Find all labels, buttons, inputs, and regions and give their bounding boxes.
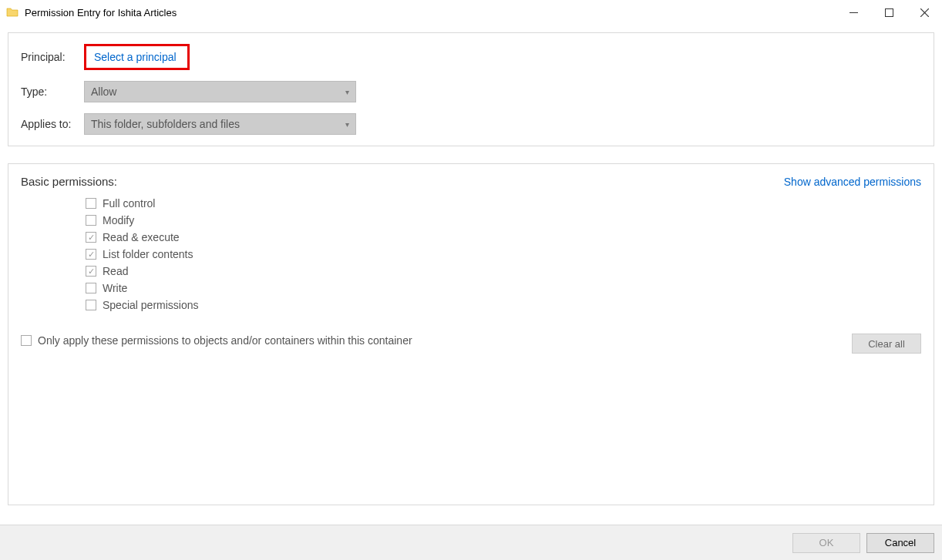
principal-label: Principal: (21, 51, 84, 63)
chevron-down-icon: ▾ (345, 88, 349, 96)
select-principal-link[interactable]: Select a principal (88, 48, 183, 66)
window-title: Permission Entry for Ishita Articles (25, 7, 836, 18)
principal-row: Principal: Select a principal (21, 44, 921, 70)
type-combo[interactable]: Allow ▾ (84, 81, 356, 102)
applies-row: Applies to: This folder, subfolders and … (21, 113, 921, 135)
permission-item: Modify (86, 214, 921, 226)
cancel-button[interactable]: Cancel (866, 533, 934, 553)
highlight-annotation: Select a principal (84, 44, 190, 70)
only-apply-label: Only apply these permissions to objects … (38, 334, 412, 347)
permission-label: Read (103, 265, 128, 277)
permission-item: Read (86, 265, 921, 277)
only-apply-row: Only apply these permissions to objects … (21, 334, 921, 347)
type-row: Type: Allow ▾ (21, 81, 921, 102)
permission-list: Full controlModifyRead & executeList fol… (86, 197, 921, 311)
basic-permissions-label: Basic permissions: (21, 175, 117, 188)
permission-checkbox[interactable] (86, 283, 96, 293)
permission-item: Write (86, 282, 921, 294)
content-area: Principal: Select a principal Type: Allo… (0, 25, 942, 505)
permission-label: Full control (103, 197, 155, 210)
only-apply-checkbox[interactable] (21, 335, 32, 346)
close-button[interactable] (907, 0, 942, 25)
permission-checkbox[interactable] (86, 232, 96, 243)
permission-label: Modify (103, 214, 134, 226)
permission-label: Read & execute (103, 231, 180, 243)
ok-button[interactable]: OK (792, 533, 860, 553)
permission-checkbox[interactable] (86, 249, 96, 260)
permission-item: List folder contents (86, 248, 921, 260)
footer: OK Cancel (0, 525, 942, 560)
permission-checkbox[interactable] (86, 300, 96, 310)
applies-label: Applies to: (21, 118, 84, 130)
permission-label: Write (103, 282, 127, 294)
window-controls (836, 0, 942, 25)
clear-all-button[interactable]: Clear all (852, 334, 921, 354)
minimize-button[interactable] (836, 0, 871, 25)
titlebar: Permission Entry for Ishita Articles (0, 0, 942, 25)
permission-checkbox[interactable] (86, 266, 96, 277)
permission-item: Read & execute (86, 231, 921, 243)
type-label: Type: (21, 86, 84, 98)
permissions-panel: Basic permissions: Show advanced permiss… (8, 163, 934, 505)
applies-combo-value: This folder, subfolders and files (91, 118, 240, 130)
permission-checkbox[interactable] (86, 215, 96, 226)
permission-label: Special permissions (103, 299, 199, 311)
permission-item: Special permissions (86, 299, 921, 311)
principal-panel: Principal: Select a principal Type: Allo… (8, 32, 934, 146)
applies-combo[interactable]: This folder, subfolders and files ▾ (84, 113, 356, 135)
permission-checkbox[interactable] (86, 198, 96, 209)
maximize-button[interactable] (871, 0, 907, 25)
permissions-header: Basic permissions: Show advanced permiss… (21, 175, 921, 188)
chevron-down-icon: ▾ (345, 120, 349, 129)
permission-label: List folder contents (103, 248, 193, 260)
type-combo-value: Allow (91, 86, 116, 98)
folder-icon (6, 6, 19, 18)
show-advanced-permissions-link[interactable]: Show advanced permissions (784, 176, 921, 188)
svg-rect-1 (885, 8, 893, 16)
permission-item: Full control (86, 197, 921, 210)
